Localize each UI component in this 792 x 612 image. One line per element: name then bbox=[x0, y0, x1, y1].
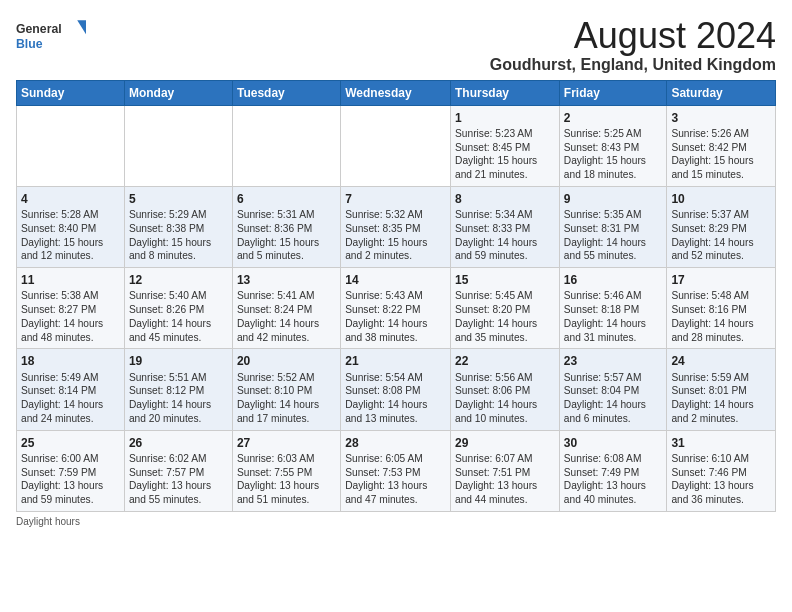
col-saturday: Saturday bbox=[667, 80, 776, 105]
day-number: 14 bbox=[345, 272, 446, 288]
day-info: Sunrise: 5:46 AM bbox=[564, 289, 663, 303]
day-number: 6 bbox=[237, 191, 336, 207]
logo-svg: General Blue bbox=[16, 16, 86, 56]
day-number: 19 bbox=[129, 353, 228, 369]
day-info: Daylight: 13 hours bbox=[671, 479, 771, 493]
day-info: Daylight: 15 hours bbox=[237, 236, 336, 250]
day-info: and 5 minutes. bbox=[237, 249, 336, 263]
header: General Blue August 2024 Goudhurst, Engl… bbox=[16, 16, 776, 74]
day-number: 13 bbox=[237, 272, 336, 288]
day-number: 3 bbox=[671, 110, 771, 126]
day-info: Sunset: 8:01 PM bbox=[671, 384, 771, 398]
day-info: and 45 minutes. bbox=[129, 331, 228, 345]
day-info: Sunset: 7:49 PM bbox=[564, 466, 663, 480]
day-info: and 8 minutes. bbox=[129, 249, 228, 263]
day-info: Sunrise: 6:05 AM bbox=[345, 452, 446, 466]
day-info: Sunrise: 5:41 AM bbox=[237, 289, 336, 303]
day-cell: 26Sunrise: 6:02 AMSunset: 7:57 PMDayligh… bbox=[124, 430, 232, 511]
day-number: 17 bbox=[671, 272, 771, 288]
svg-text:Blue: Blue bbox=[16, 37, 43, 51]
day-cell: 24Sunrise: 5:59 AMSunset: 8:01 PMDayligh… bbox=[667, 349, 776, 430]
day-number: 23 bbox=[564, 353, 663, 369]
day-info: and 59 minutes. bbox=[21, 493, 120, 507]
day-number: 28 bbox=[345, 435, 446, 451]
day-info: Sunset: 8:42 PM bbox=[671, 141, 771, 155]
day-info: Sunset: 8:12 PM bbox=[129, 384, 228, 398]
day-info: Daylight: 14 hours bbox=[671, 236, 771, 250]
day-info: Sunset: 7:55 PM bbox=[237, 466, 336, 480]
day-info: Daylight: 15 hours bbox=[671, 154, 771, 168]
day-cell: 29Sunrise: 6:07 AMSunset: 7:51 PMDayligh… bbox=[451, 430, 560, 511]
day-info: Sunrise: 5:31 AM bbox=[237, 208, 336, 222]
header-row: Sunday Monday Tuesday Wednesday Thursday… bbox=[17, 80, 776, 105]
day-number: 2 bbox=[564, 110, 663, 126]
day-info: and 2 minutes. bbox=[671, 412, 771, 426]
day-info: Sunset: 7:51 PM bbox=[455, 466, 555, 480]
day-info: Sunrise: 5:59 AM bbox=[671, 371, 771, 385]
day-info: and 18 minutes. bbox=[564, 168, 663, 182]
main-title: August 2024 bbox=[490, 16, 776, 56]
day-info: and 15 minutes. bbox=[671, 168, 771, 182]
logo: General Blue bbox=[16, 16, 86, 56]
day-cell: 27Sunrise: 6:03 AMSunset: 7:55 PMDayligh… bbox=[232, 430, 340, 511]
day-number: 5 bbox=[129, 191, 228, 207]
day-cell: 7Sunrise: 5:32 AMSunset: 8:35 PMDaylight… bbox=[341, 186, 451, 267]
day-info: Daylight: 13 hours bbox=[129, 479, 228, 493]
day-cell bbox=[341, 105, 451, 186]
day-info: Sunset: 8:36 PM bbox=[237, 222, 336, 236]
day-info: Sunrise: 5:29 AM bbox=[129, 208, 228, 222]
week-row-1: 1Sunrise: 5:23 AMSunset: 8:45 PMDaylight… bbox=[17, 105, 776, 186]
day-info: Sunrise: 5:54 AM bbox=[345, 371, 446, 385]
day-info: Sunset: 8:04 PM bbox=[564, 384, 663, 398]
day-info: Sunrise: 5:52 AM bbox=[237, 371, 336, 385]
day-info: Daylight: 15 hours bbox=[564, 154, 663, 168]
day-number: 11 bbox=[21, 272, 120, 288]
day-info: Sunset: 8:14 PM bbox=[21, 384, 120, 398]
day-info: Sunrise: 5:32 AM bbox=[345, 208, 446, 222]
day-info: and 52 minutes. bbox=[671, 249, 771, 263]
day-info: Daylight: 14 hours bbox=[455, 236, 555, 250]
day-info: and 42 minutes. bbox=[237, 331, 336, 345]
day-info: Daylight: 14 hours bbox=[564, 236, 663, 250]
day-cell: 2Sunrise: 5:25 AMSunset: 8:43 PMDaylight… bbox=[559, 105, 667, 186]
day-cell: 13Sunrise: 5:41 AMSunset: 8:24 PMDayligh… bbox=[232, 268, 340, 349]
day-number: 1 bbox=[455, 110, 555, 126]
day-info: Daylight: 14 hours bbox=[21, 398, 120, 412]
day-info: and 2 minutes. bbox=[345, 249, 446, 263]
day-info: and 6 minutes. bbox=[564, 412, 663, 426]
day-cell: 31Sunrise: 6:10 AMSunset: 7:46 PMDayligh… bbox=[667, 430, 776, 511]
day-info: Sunset: 8:20 PM bbox=[455, 303, 555, 317]
day-info: Daylight: 15 hours bbox=[21, 236, 120, 250]
subtitle: Goudhurst, England, United Kingdom bbox=[490, 56, 776, 74]
day-info: Daylight: 13 hours bbox=[237, 479, 336, 493]
day-info: Sunset: 8:26 PM bbox=[129, 303, 228, 317]
day-info: and 40 minutes. bbox=[564, 493, 663, 507]
day-number: 4 bbox=[21, 191, 120, 207]
day-number: 30 bbox=[564, 435, 663, 451]
day-info: Sunrise: 5:56 AM bbox=[455, 371, 555, 385]
day-info: Sunset: 8:18 PM bbox=[564, 303, 663, 317]
calendar-table: Sunday Monday Tuesday Wednesday Thursday… bbox=[16, 80, 776, 512]
day-info: Sunset: 8:40 PM bbox=[21, 222, 120, 236]
day-info: and 20 minutes. bbox=[129, 412, 228, 426]
week-row-2: 4Sunrise: 5:28 AMSunset: 8:40 PMDaylight… bbox=[17, 186, 776, 267]
day-info: and 12 minutes. bbox=[21, 249, 120, 263]
day-info: Sunrise: 5:26 AM bbox=[671, 127, 771, 141]
week-row-4: 18Sunrise: 5:49 AMSunset: 8:14 PMDayligh… bbox=[17, 349, 776, 430]
day-info: and 13 minutes. bbox=[345, 412, 446, 426]
day-number: 27 bbox=[237, 435, 336, 451]
svg-marker-2 bbox=[77, 20, 86, 34]
day-info: and 48 minutes. bbox=[21, 331, 120, 345]
day-info: Sunrise: 5:23 AM bbox=[455, 127, 555, 141]
day-info: Daylight: 15 hours bbox=[455, 154, 555, 168]
day-info: Daylight: 15 hours bbox=[345, 236, 446, 250]
day-cell: 15Sunrise: 5:45 AMSunset: 8:20 PMDayligh… bbox=[451, 268, 560, 349]
day-number: 21 bbox=[345, 353, 446, 369]
day-number: 29 bbox=[455, 435, 555, 451]
day-info: Sunset: 8:31 PM bbox=[564, 222, 663, 236]
day-info: Sunrise: 5:25 AM bbox=[564, 127, 663, 141]
day-cell: 16Sunrise: 5:46 AMSunset: 8:18 PMDayligh… bbox=[559, 268, 667, 349]
day-cell: 17Sunrise: 5:48 AMSunset: 8:16 PMDayligh… bbox=[667, 268, 776, 349]
day-info: Daylight: 14 hours bbox=[237, 398, 336, 412]
day-info: and 17 minutes. bbox=[237, 412, 336, 426]
